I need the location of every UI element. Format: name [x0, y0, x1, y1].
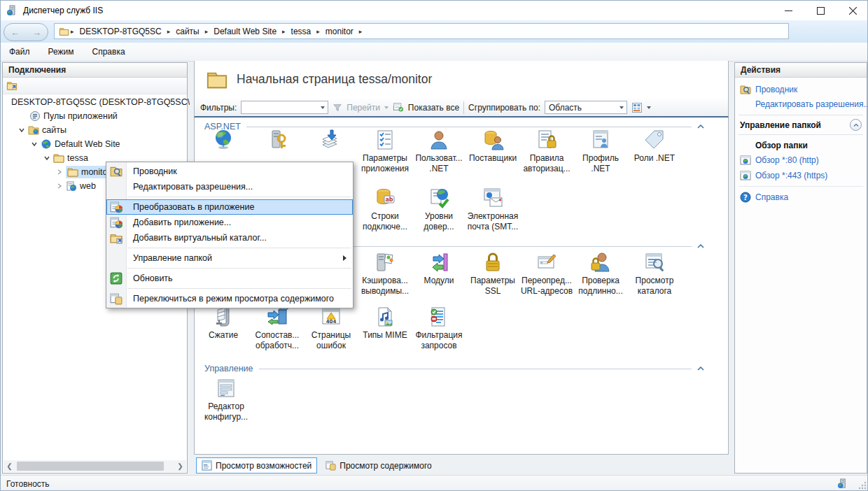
back-icon[interactable]: ←: [10, 27, 20, 38]
breadcrumb-item-tessa[interactable]: tessa: [291, 27, 312, 36]
scrollbar-thumb[interactable]: [17, 462, 164, 471]
tree-item-app-pools[interactable]: Пулы приложений: [3, 109, 214, 123]
feature-net-profile[interactable]: Профиль .NET: [573, 129, 628, 173]
feature-request-filtering[interactable]: Фильтрация запросов: [412, 306, 466, 350]
context-menu-explorer[interactable]: Проводник: [106, 164, 353, 179]
group-by-value: Область: [549, 103, 582, 113]
feature-modules[interactable]: Модули: [412, 251, 466, 286]
action-browse-http[interactable]: Обзор *:80 (http): [738, 152, 863, 168]
go-dropdown-icon[interactable]: [384, 106, 388, 109]
maximize-button[interactable]: [804, 1, 836, 20]
show-all-icon: [393, 102, 404, 113]
web-application-icon: [66, 180, 77, 192]
action-explorer[interactable]: Проводник: [738, 82, 863, 97]
filter-combobox[interactable]: [241, 101, 328, 114]
feature-authentication[interactable]: Проверка подлинно...: [573, 251, 628, 296]
view-grid-icon[interactable]: [631, 102, 643, 113]
tree-item-sites[interactable]: сайты: [3, 123, 202, 137]
breadcrumb-item-default-web-site[interactable]: Default Web Site: [214, 27, 276, 36]
chevron-expanded-icon: [43, 155, 50, 162]
tree-item-server[interactable]: DESKTOP-8TGQ5SC (DESKTOP-8TGQ5SC\v: [3, 95, 190, 109]
feature-trust-levels[interactable]: Уровни довер...: [412, 187, 466, 232]
breadcrumb-item-sites[interactable]: сайты: [176, 27, 200, 36]
context-menu-convert-to-application[interactable]: Преобразовать в приложение: [106, 199, 353, 215]
feature-url-rewrite[interactable]: Переопред... URL-адресов: [519, 251, 574, 296]
view-dropdown-icon[interactable]: [647, 106, 651, 109]
action-edit-permissions[interactable]: Редактировать разрешения...: [738, 97, 863, 111]
context-menu-add-virtual-directory[interactable]: Добавить виртуальный каталог...: [106, 230, 353, 246]
tab-content-view[interactable]: Просмотр содержимого: [321, 458, 436, 473]
group-by-combobox[interactable]: Область: [545, 101, 627, 114]
collapse-section-icon[interactable]: [697, 243, 704, 249]
feature-connection-strings[interactable]: ab Строки подключе...: [358, 187, 412, 232]
breadcrumb-item-monitor[interactable]: monitor: [326, 27, 354, 36]
horizontal-scrollbar[interactable]: ❮ ❯: [4, 460, 186, 472]
context-menu-switch-to-content-view[interactable]: Переключиться в режим просмотра содержим…: [106, 291, 353, 306]
feature-output-caching[interactable]: Кэширова... выводимы...: [358, 251, 412, 296]
context-menu-folder-management[interactable]: Управление папкой: [106, 250, 353, 266]
breadcrumb-item-server[interactable]: DESKTOP-8TGQ5SC: [80, 27, 162, 36]
connections-toolbar: [3, 78, 187, 94]
page-lock-icon: [536, 129, 558, 151]
tag-icon: [643, 129, 666, 151]
tree-item-default-web-site[interactable]: Default Web Site: [3, 137, 215, 151]
menu-item-label: Добавить приложение...: [133, 218, 231, 227]
tree-label: tessa: [67, 153, 88, 163]
folder-magnifier-icon: [110, 165, 122, 178]
user-lock-icon: [589, 251, 612, 273]
feature-ssl-settings[interactable]: Параметры SSL: [465, 251, 520, 296]
menu-help[interactable]: Справка: [92, 47, 125, 57]
feature-net-globalization[interactable]: [196, 129, 251, 151]
scrollbar-track[interactable]: [15, 460, 174, 472]
globe-icon: [212, 129, 234, 151]
close-button[interactable]: [836, 1, 868, 20]
collapse-section-icon[interactable]: [697, 366, 704, 371]
feature-error-pages[interactable]: 404 Страницы ошибок: [304, 306, 358, 350]
feature-machine-key[interactable]: [250, 129, 304, 151]
application-pinwheel-icon: [110, 201, 122, 213]
feature-application-settings[interactable]: Параметры приложения: [358, 129, 412, 173]
context-menu-add-application[interactable]: Добавить приложение...: [106, 215, 353, 230]
resize-grip[interactable]: [858, 481, 867, 490]
feature-handler-mappings[interactable]: Сопостав... обработч...: [250, 306, 304, 350]
breadcrumb-folder-icon: [59, 27, 69, 36]
action-label: Обзор *:80 (http): [755, 155, 819, 165]
actions-group-folder-management[interactable]: Управление папкой: [738, 115, 863, 135]
create-connection-icon[interactable]: [6, 80, 18, 91]
collapse-group-icon[interactable]: [850, 119, 862, 131]
feature-authorization-rules[interactable]: Правила авторизац...: [519, 129, 574, 173]
action-label: Редактировать разрешения...: [755, 99, 868, 109]
collapse-section-icon[interactable]: [697, 124, 704, 129]
breadcrumb-separator-icon: ▸: [167, 28, 171, 35]
tab-features-view[interactable]: Просмотр возможностей: [196, 457, 317, 474]
feature-net-roles[interactable]: Роли .NET: [627, 129, 682, 164]
feature-compression[interactable]: Сжатие: [196, 306, 251, 341]
action-help[interactable]: ? Справка: [738, 190, 863, 205]
feature-mime-types[interactable]: Типы MIME: [358, 306, 412, 341]
show-all-button[interactable]: Показать все: [408, 103, 459, 113]
menu-file[interactable]: Файл: [9, 47, 30, 57]
menu-item-label: Добавить виртуальный каталог...: [133, 233, 267, 243]
feature-net-users[interactable]: Пользоват... .NET: [412, 129, 466, 173]
menu-view[interactable]: Режим: [48, 47, 74, 57]
menu-separator: [127, 288, 351, 289]
page-folder-icon: [206, 69, 228, 90]
context-menu-edit-permissions[interactable]: Редактировать разрешения...: [106, 179, 353, 194]
scroll-right-icon[interactable]: ❯: [174, 460, 186, 472]
navigation-buttons[interactable]: ← →: [4, 23, 48, 41]
providers-icon: [482, 129, 504, 151]
action-browse-https[interactable]: Обзор *:443 (https): [738, 168, 863, 183]
feature-smtp-email[interactable]: Электронная почта (SMT...: [465, 187, 520, 232]
feature-net-compilation[interactable]: [304, 129, 358, 151]
feature-directory-browsing[interactable]: Просмотр каталога: [627, 251, 682, 296]
minimize-button[interactable]: [772, 1, 804, 20]
context-menu-refresh[interactable]: Обновить: [106, 271, 353, 286]
go-button[interactable]: Перейти: [346, 103, 380, 113]
feature-configuration-editor[interactable]: Редактор конфигур...: [199, 377, 253, 422]
feature-providers[interactable]: Поставщики: [465, 129, 520, 164]
error-404-icon: 404: [320, 306, 342, 328]
forward-icon[interactable]: →: [32, 27, 41, 38]
address-bar[interactable]: ▸ DESKTOP-8TGQ5SC ▸ сайты ▸ Default Web …: [54, 23, 789, 39]
filters-label: Фильтры:: [200, 103, 237, 113]
scroll-left-icon[interactable]: ❮: [4, 460, 15, 472]
